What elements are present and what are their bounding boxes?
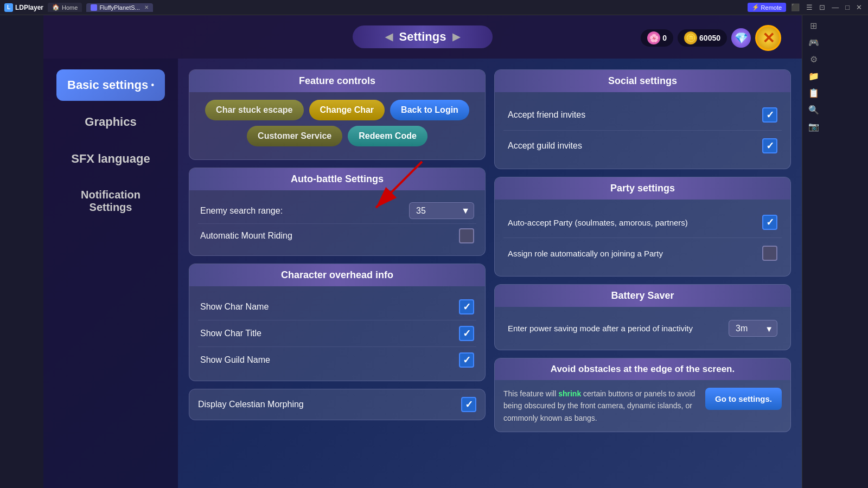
nav-right-arrow[interactable]: ▶ (452, 31, 460, 43)
show-char-name-checkbox[interactable]: ✓ (459, 299, 474, 314)
minimize-icon[interactable]: — (830, 3, 840, 11)
auto-battle-panel: Auto-battle Settings Enemy search range:… (189, 168, 486, 256)
battery-dropdown-wrapper: 1m 3m 5m 10m Off ▼ (729, 320, 777, 337)
feature-controls-title: Feature controls (299, 75, 375, 86)
settings-nav: Basic settings Graphics SFX language Not… (43, 59, 178, 488)
show-char-name-label: Show Char Name (200, 302, 269, 312)
app-name: LDPlayer (15, 4, 43, 11)
purple-currency-icon: 💎 (731, 28, 751, 48)
nav-item-sfx-language[interactable]: SFX language (56, 143, 165, 175)
sidebar-icon-1[interactable]: ⊞ (810, 21, 817, 31)
accept-friend-invites-checkbox[interactable]: ✓ (762, 107, 777, 123)
show-guild-name-checkbox[interactable]: ✓ (459, 352, 474, 368)
sidebar-icon-6[interactable]: 🔍 (808, 105, 819, 115)
feature-controls-panel: Feature controls Char stuck escape Chang… (189, 69, 486, 160)
avoid-desc-highlight: shrink (558, 389, 581, 398)
auto-mount-row: Automatic Mount Riding (198, 224, 476, 248)
enemy-search-dropdown-wrapper: 10 20 35 50 100 ▼ (409, 202, 474, 219)
nav-left-arrow[interactable]: ◀ (385, 31, 393, 43)
char-overhead-body: Show Char Name ✓ Show Char Title ✓ Show … (189, 286, 485, 381)
social-settings-panel: Social settings Accept friend invites ✓ … (494, 69, 791, 169)
auto-mount-label: Automatic Mount Riding (200, 231, 292, 241)
right-column: Social settings Accept friend invites ✓ … (494, 69, 791, 477)
nav-item-graphics[interactable]: Graphics (56, 106, 165, 138)
social-settings-body: Accept friend invites ✓ Accept guild inv… (495, 92, 790, 169)
gold-currency-icon: 🪙 (684, 31, 697, 44)
menu-icon[interactable]: ☰ (805, 3, 814, 11)
nav-item-notification-settings[interactable]: Notification Settings (56, 180, 165, 222)
remote-label: Remote (761, 4, 782, 11)
battery-select-wrapper: 1m 3m 5m 10m Off ▼ (729, 320, 777, 337)
display-celestian-checkbox[interactable]: ✓ (461, 397, 476, 412)
sidebar-icon-7[interactable]: 📷 (808, 121, 819, 132)
assign-role-checkbox[interactable] (762, 246, 777, 261)
accept-guild-invites-checkbox[interactable]: ✓ (762, 138, 777, 153)
auto-accept-party-label: Auto-accept Party (soulmates, amorous, p… (508, 218, 762, 227)
show-char-name-row: Show Char Name ✓ (198, 294, 476, 320)
close-button[interactable]: ✕ (755, 25, 781, 51)
window-icon[interactable]: ⊡ (818, 3, 827, 11)
battery-saver-select[interactable]: 1m 3m 5m 10m Off (729, 320, 777, 337)
battery-saver-panel: Battery Saver Enter power saving mode af… (494, 284, 791, 350)
battery-saver-body: Enter power saving mode after a period o… (495, 307, 790, 350)
avoid-obstacles-text: This feature will shrink certain buttons… (503, 388, 699, 424)
sidebar-icon-5[interactable]: 📋 (808, 88, 819, 98)
settings-title-bar: ◀ Settings ▶ (353, 25, 493, 48)
battery-saver-label: Enter power saving mode after a period o… (508, 323, 729, 334)
currency-bar: 🌸 0 🪙 60050 💎 ✕ (641, 25, 781, 51)
home-tab[interactable]: 🏠 Home (48, 3, 82, 12)
app-logo-icon: L (4, 3, 13, 12)
customer-service-button[interactable]: Customer Service (247, 126, 342, 146)
avoid-obstacles-header: Avoid obstacles at the edge of the scree… (495, 358, 790, 380)
social-settings-header: Social settings (495, 70, 790, 92)
back-to-login-button[interactable]: Back to Login (390, 100, 469, 120)
go-to-settings-button[interactable]: Go to settings. (705, 388, 782, 410)
char-stuck-escape-button[interactable]: Char stuck escape (205, 100, 303, 120)
record-icon[interactable]: ⬛ (789, 3, 801, 11)
battery-saver-header: Battery Saver (495, 285, 790, 307)
show-char-title-row: Show Char Title ✓ (198, 320, 476, 347)
enemy-search-range-select[interactable]: 10 20 35 50 100 (409, 202, 474, 219)
close-icon[interactable]: ✕ (854, 3, 864, 11)
sidebar-icon-2[interactable]: 🎮 (808, 37, 819, 48)
sidebar-icon-4[interactable]: 📁 (808, 71, 819, 81)
auto-battle-title: Auto-battle Settings (291, 174, 384, 184)
app-logo[interactable]: L LDPlayer (4, 3, 43, 12)
nav-notification-label: Notification Settings (81, 189, 141, 213)
home-tab-label: Home (62, 4, 78, 11)
remote-button[interactable]: ⚡ Remote (748, 3, 787, 12)
battery-saver-row: Enter power saving mode after a period o… (503, 314, 782, 342)
accept-friend-invites-row: Accept friend invites ✓ (503, 100, 782, 131)
accept-friend-invites-label: Accept friend invites (508, 110, 585, 120)
taskbar: L LDPlayer 🏠 Home FluffyPlanetS... ✕ ⚡ R… (0, 0, 868, 15)
accept-guild-invites-row: Accept guild invites ✓ (503, 131, 782, 161)
redeem-code-button[interactable]: Redeem Code (348, 126, 427, 146)
remote-icon: ⚡ (752, 4, 760, 11)
accept-guild-invites-label: Accept guild invites (508, 141, 582, 151)
right-sidebar: ⊞ 🎮 ⚙ 📁 📋 🔍 📷 (802, 15, 825, 488)
change-char-button[interactable]: Change Char (309, 100, 385, 120)
nav-item-basic-settings[interactable]: Basic settings (56, 69, 165, 101)
auto-mount-checkbox[interactable] (459, 228, 474, 243)
pink-currency-icon: 🌸 (647, 31, 660, 44)
tab-close-icon[interactable]: ✕ (144, 4, 149, 10)
auto-battle-header: Auto-battle Settings (189, 168, 485, 190)
social-settings-title: Social settings (608, 75, 677, 86)
game-tab[interactable]: FluffyPlanetS... ✕ (86, 3, 152, 12)
party-settings-title: Party settings (610, 183, 675, 194)
maximize-icon[interactable]: □ (844, 3, 851, 11)
auto-battle-body: Enemy search range: 10 20 35 50 100 ▼ (189, 190, 485, 255)
avoid-desc-start: This feature will (503, 389, 558, 398)
feature-controls-body: Char stuck escape Change Char Back to Lo… (189, 92, 485, 159)
party-settings-panel: Party settings Auto-accept Party (soulma… (494, 177, 791, 277)
auto-accept-party-row: Auto-accept Party (soulmates, amorous, p… (503, 207, 782, 238)
auto-accept-party-checkbox[interactable]: ✓ (762, 215, 777, 230)
battery-saver-title: Battery Saver (611, 290, 674, 301)
gold-currency: 🪙 60050 (678, 29, 727, 47)
char-overhead-header: Character overhead info (189, 264, 485, 286)
feature-controls-row1: Char stuck escape Change Char Back to Lo… (198, 100, 476, 120)
show-char-title-checkbox[interactable]: ✓ (459, 326, 474, 341)
pink-amount: 0 (662, 34, 667, 42)
sidebar-icon-3[interactable]: ⚙ (810, 54, 818, 65)
taskbar-right: ⚡ Remote ⬛ ☰ ⊡ — □ ✕ (748, 3, 864, 12)
